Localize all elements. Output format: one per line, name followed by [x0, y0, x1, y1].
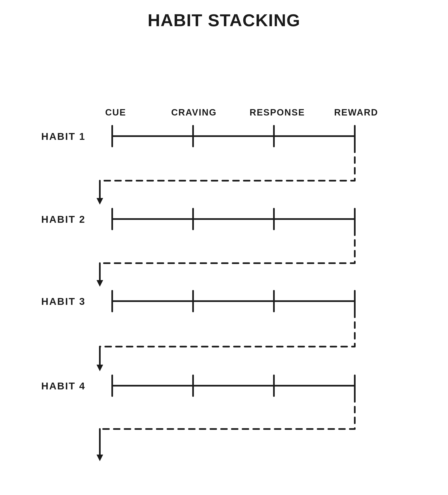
diagram-svg [0, 0, 448, 495]
habit-stacking-diagram: CUE CRAVING RESPONSE REWARD HABIT 1 HABI… [0, 0, 448, 495]
